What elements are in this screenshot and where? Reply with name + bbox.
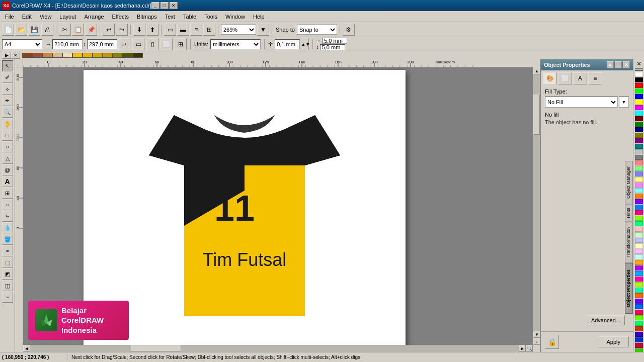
text-tab[interactable]: A <box>573 72 587 84</box>
horizontal-scrollbar[interactable] <box>30 345 519 352</box>
copy-button[interactable]: 📋 <box>72 24 84 36</box>
smear-tool[interactable]: ~ <box>2 292 13 303</box>
white-swatch[interactable] <box>635 68 643 69</box>
palette-color-33[interactable] <box>635 254 643 259</box>
palette-color-28[interactable] <box>635 227 643 232</box>
drawing-canvas[interactable]: 11 Tim Futsal <box>23 67 533 345</box>
panel-minimize-button[interactable]: _ <box>615 61 622 68</box>
table-tool[interactable]: ⊞ <box>2 188 13 199</box>
vscroll-down-button[interactable]: ▼ <box>533 331 540 338</box>
menu-bitmaps[interactable]: Bitmaps <box>133 13 161 21</box>
page-height-input[interactable] <box>87 39 117 49</box>
palette-color-34[interactable] <box>635 260 643 265</box>
palette-color-19[interactable] <box>635 177 643 182</box>
color-swatch-3[interactable] <box>42 53 52 58</box>
menu-arrange[interactable]: Arrange <box>80 13 108 21</box>
menu-edit[interactable]: Edit <box>18 13 36 21</box>
palette-color-42[interactable] <box>635 304 643 309</box>
color-swatch-6[interactable] <box>72 53 83 58</box>
distribute-button[interactable]: ⊞ <box>203 24 215 36</box>
palette-color-2[interactable] <box>635 83 643 88</box>
lock-button[interactable]: 🔒 <box>545 335 559 349</box>
palette-color-16[interactable] <box>635 160 643 165</box>
panel-expand-button[interactable]: » <box>607 61 614 68</box>
palette-color-7[interactable] <box>635 111 643 116</box>
apply-button[interactable]: Apply <box>598 336 629 347</box>
hscroll-right-button[interactable]: ▶ <box>519 345 526 352</box>
portrait-button[interactable]: ▭ <box>132 38 144 50</box>
vertical-scrollbar[interactable]: ▲ ▼ ↕ <box>533 67 540 345</box>
palette-color-29[interactable] <box>635 232 643 237</box>
layer-menu-btn[interactable]: ▶ <box>2 52 11 59</box>
zoom-tool[interactable]: 🔍 <box>2 107 13 118</box>
save-button[interactable]: 💾 <box>28 24 40 36</box>
palette-color-37[interactable] <box>635 277 643 282</box>
obj-properties-sidetab[interactable]: Object Properties <box>625 263 633 314</box>
color-swatch-4[interactable] <box>52 53 62 58</box>
ellipse-tool[interactable]: ○ <box>2 141 13 152</box>
object-manager-tab[interactable]: Object Manager <box>625 161 633 204</box>
menu-tools[interactable]: Tools <box>200 13 221 21</box>
palette-color-39[interactable] <box>635 288 643 293</box>
advanced-button[interactable]: Advanced... <box>587 315 625 325</box>
zoom-canvas-button[interactable]: 🔍 <box>526 345 533 352</box>
landscape-button[interactable]: ▯ <box>146 38 158 50</box>
vscroll-track[interactable] <box>533 74 540 331</box>
snap-to-select[interactable]: Snap to <box>297 25 337 35</box>
hints-tab[interactable]: Hints <box>625 204 633 222</box>
palette-color-24[interactable] <box>635 205 643 210</box>
palette-color-13[interactable] <box>635 144 643 149</box>
transparency-tool[interactable]: ◫ <box>2 280 13 291</box>
menu-text[interactable]: Text <box>161 13 179 21</box>
blend-tool[interactable]: ≈ <box>2 245 13 256</box>
palette-color-30[interactable] <box>635 238 643 243</box>
palette-color-23[interactable] <box>635 199 643 204</box>
paste-button[interactable]: 📌 <box>85 24 97 36</box>
new-button[interactable]: 📄 <box>2 24 14 36</box>
minimize-button[interactable]: _ <box>151 2 159 9</box>
color-swatch-11[interactable] <box>123 53 133 58</box>
palette-color-9[interactable] <box>635 122 643 127</box>
palette-color-6[interactable] <box>635 105 643 110</box>
freehand-tool[interactable]: ✐ <box>2 72 13 83</box>
redo-button[interactable]: ↪ <box>116 24 128 36</box>
stroke-tab[interactable]: ⬜ <box>558 72 572 84</box>
palette-color-20[interactable] <box>635 183 643 188</box>
palette-color-5[interactable] <box>635 100 643 105</box>
transformation-tab[interactable]: Transformation <box>625 222 633 263</box>
nudge-input[interactable] <box>275 39 300 49</box>
panel-close-button[interactable]: ✕ <box>623 61 630 68</box>
polygon-tool[interactable]: △ <box>2 153 13 164</box>
maximize-button[interactable]: □ <box>160 2 169 9</box>
vscroll-up-button[interactable]: ▲ <box>533 67 540 74</box>
palette-color-22[interactable] <box>635 194 643 199</box>
export-button[interactable]: ⬆ <box>146 24 158 36</box>
palette-color-25[interactable] <box>635 210 643 215</box>
fill-type-dropdown-btn[interactable]: ▼ <box>619 97 629 108</box>
dup-v-input[interactable] <box>320 44 345 50</box>
palette-color-3[interactable] <box>635 88 643 94</box>
color-swatch-9[interactable] <box>103 53 113 58</box>
pen-tool[interactable]: ✒ <box>2 95 13 106</box>
cut-button[interactable]: ✂ <box>59 24 71 36</box>
color-swatch-7[interactable] <box>83 53 93 58</box>
palette-color-27[interactable] <box>635 221 643 226</box>
page-width-input[interactable] <box>52 39 83 49</box>
page-size-select[interactable]: A4 <box>2 39 42 49</box>
palette-close-x[interactable]: ✕ <box>636 60 641 67</box>
palette-color-38[interactable] <box>635 282 643 287</box>
color-swatch-1[interactable] <box>22 53 32 58</box>
print-button[interactable]: 🖨 <box>41 24 53 36</box>
zoom-dropdown-button[interactable]: ▼ <box>257 24 269 36</box>
dimension-tool[interactable]: ↔ <box>2 199 13 210</box>
spiral-tool[interactable]: @ <box>2 164 13 175</box>
swap-dimensions-button[interactable]: ⇄ <box>118 38 130 50</box>
palette-color-40[interactable] <box>635 293 643 298</box>
palette-color-8[interactable] <box>635 116 643 121</box>
palette-color-12[interactable] <box>635 138 643 143</box>
palette-color-36[interactable] <box>635 271 643 276</box>
color-swatch-12[interactable] <box>133 53 143 58</box>
units-select[interactable]: millimeters <box>210 39 261 49</box>
import-button[interactable]: ⬇ <box>133 24 145 36</box>
close-button[interactable]: ✕ <box>170 2 178 9</box>
